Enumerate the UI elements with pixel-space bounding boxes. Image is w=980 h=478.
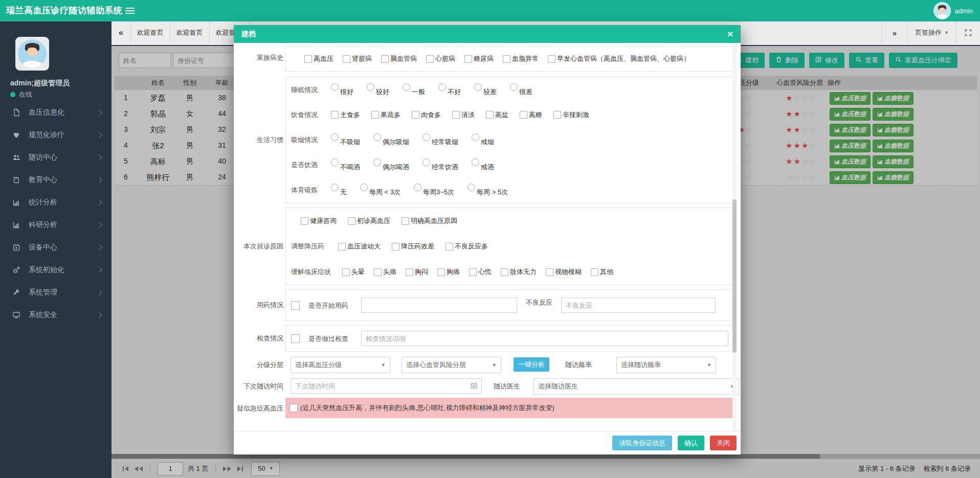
checkbox-icon[interactable] [546, 268, 553, 276]
calendar-icon[interactable] [470, 382, 478, 392]
checkbox-option[interactable]: 肉食多 [412, 110, 441, 120]
checkbox-icon[interactable] [520, 111, 527, 119]
checkbox-option[interactable]: 心脏病 [426, 54, 455, 63]
sidebar-item-research-analysis[interactable]: 科研分析 [0, 214, 112, 236]
sidebar-item-device-center[interactable]: 设备中心 [0, 236, 112, 259]
followup-frequency-select[interactable]: 选择随访频率 ▼ [616, 357, 716, 373]
checkbox-icon[interactable] [338, 243, 346, 251]
radio-option[interactable]: 不好 [438, 83, 461, 97]
checkbox-icon[interactable] [591, 268, 598, 276]
checkbox-option[interactable]: 肾脏病 [343, 54, 372, 63]
checkbox-icon[interactable] [348, 217, 355, 225]
radio-option[interactable]: 偶尔喝酒 [373, 158, 409, 172]
radio-icon[interactable] [467, 184, 475, 191]
checkbox-icon[interactable] [553, 111, 561, 119]
checkbox-option[interactable]: 高盐 [486, 110, 508, 120]
sidebar-item-system-security[interactable]: 系统安全 [0, 304, 112, 326]
checkbox-option[interactable]: 健康咨询 [301, 216, 337, 225]
radio-icon[interactable] [373, 133, 381, 141]
radio-option[interactable]: 一般 [403, 83, 425, 97]
checkbox-icon[interactable] [503, 55, 510, 63]
checkbox-icon[interactable] [412, 111, 419, 119]
tab-welcome-1[interactable]: 欢迎首页 [130, 21, 170, 44]
radio-option[interactable]: 很差 [510, 83, 532, 97]
radio-icon[interactable] [373, 158, 381, 166]
checkbox-icon[interactable] [437, 268, 445, 276]
tabs-scroll-left-button[interactable]: « [112, 21, 131, 44]
checkbox-option[interactable]: 头晕 [342, 267, 365, 277]
radio-icon[interactable] [331, 184, 339, 191]
checkbox-icon[interactable] [381, 55, 389, 63]
radio-icon[interactable] [472, 133, 479, 141]
modal-scrollbar-thumb[interactable] [732, 199, 737, 353]
next-visit-time-input[interactable] [291, 378, 482, 394]
checkbox-option[interactable]: 其他 [591, 267, 613, 277]
tabs-scroll-right-button[interactable]: » [881, 21, 907, 44]
sidebar-item-statistics-analysis[interactable]: 统计分析 [0, 191, 112, 214]
adverse-reaction-input[interactable] [561, 298, 716, 313]
checkbox-icon[interactable] [501, 268, 508, 276]
checkbox-option[interactable]: 降压药效差 [392, 242, 434, 251]
checkbox-icon[interactable] [406, 268, 413, 276]
medication-checkbox[interactable] [291, 301, 300, 310]
examination-input[interactable] [361, 331, 728, 346]
sidebar-item-followup-center[interactable]: 随访中心 [0, 146, 112, 169]
checkbox-icon[interactable] [304, 55, 312, 63]
radio-icon[interactable] [438, 83, 446, 91]
checkbox-option[interactable]: 高糖 [520, 110, 542, 120]
checkbox-option[interactable]: 明确高血压原因 [402, 216, 457, 225]
checkbox-icon[interactable] [452, 111, 460, 119]
checkbox-icon[interactable] [402, 217, 409, 225]
checkbox-icon[interactable] [486, 111, 494, 119]
checkbox-option[interactable]: 不良反应多 [446, 242, 488, 251]
checkbox-icon[interactable] [342, 268, 350, 276]
tab-welcome-2[interactable]: 欢迎首页 [170, 21, 210, 44]
radio-icon[interactable] [360, 184, 368, 191]
checkbox-option[interactable]: 肢体无力 [501, 267, 537, 277]
checkbox-icon[interactable] [392, 243, 399, 251]
radio-option[interactable]: 戒酒 [472, 158, 494, 172]
checkbox-icon[interactable] [446, 243, 453, 251]
radio-icon[interactable] [403, 83, 410, 91]
medication-input[interactable] [361, 298, 517, 313]
checkbox-option[interactable]: 糖尿病 [464, 54, 494, 63]
radio-icon[interactable] [331, 133, 339, 141]
radio-option[interactable]: 不吸烟 [331, 133, 360, 147]
checkbox-icon[interactable] [301, 217, 308, 225]
radio-option[interactable]: 无 [331, 184, 347, 197]
followup-doctor-select[interactable]: 选择随访医生 ▼ [533, 378, 739, 395]
radio-icon[interactable] [414, 184, 421, 191]
checkbox-option[interactable]: 头痛 [374, 267, 396, 277]
checkbox-option[interactable]: 早发心血管病（高血压、脑血管病、心脏病） [548, 54, 690, 63]
radio-option[interactable]: 每周3~5次 [414, 184, 454, 197]
close-button[interactable]: 关闭 [710, 436, 737, 450]
sidebar-item-standardized-treatment[interactable]: 规范化诊疗 [0, 124, 112, 146]
radio-option[interactable]: 不喝酒 [331, 158, 360, 172]
checkbox-option[interactable]: 辛辣刺激 [553, 110, 589, 120]
radio-option[interactable]: 戒烟 [472, 133, 494, 147]
sidebar-item-education-center[interactable]: 教育中心 [0, 169, 112, 191]
checkbox-option[interactable]: 胸闷 [406, 267, 428, 277]
checkbox-icon[interactable] [343, 55, 350, 63]
checkbox-option[interactable]: 血脂异常 [503, 54, 539, 63]
radio-icon[interactable] [422, 133, 430, 141]
examination-checkbox[interactable] [291, 334, 300, 343]
risk-level-select[interactable]: 选择心血管风险分层 ▼ [402, 357, 501, 373]
sidebar-item-bp-informatization[interactable]: 血压信息化 [0, 101, 112, 124]
radio-icon[interactable] [474, 83, 482, 91]
checkbox-icon[interactable] [464, 55, 472, 63]
suspected-emergency-checkbox[interactable] [289, 404, 298, 412]
sidebar-item-system-management[interactable]: 系统管理 [0, 281, 112, 304]
checkbox-option[interactable]: 果蔬多 [371, 110, 400, 120]
checkbox-option[interactable]: 脑血管病 [381, 54, 417, 63]
read-id-card-button[interactable]: 读取身份证信息 [612, 436, 672, 450]
one-key-analysis-button[interactable]: 一键分析 [514, 357, 549, 372]
checkbox-icon[interactable] [331, 111, 339, 119]
avatar[interactable] [933, 2, 951, 19]
radio-icon[interactable] [367, 83, 374, 91]
hamburger-menu-icon[interactable] [125, 8, 135, 9]
radio-option[interactable]: 每周 < 3次 [360, 184, 400, 197]
radio-icon[interactable] [422, 158, 430, 166]
checkbox-icon[interactable] [469, 268, 477, 276]
checkbox-icon[interactable] [426, 55, 434, 63]
